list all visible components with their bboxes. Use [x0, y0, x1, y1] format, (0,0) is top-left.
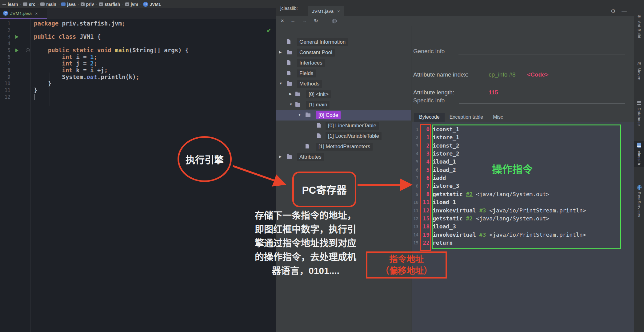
- folder-icon: [295, 93, 300, 96]
- code-line[interactable]: }: [34, 87, 37, 94]
- code-token: out: [87, 73, 97, 80]
- close-icon[interactable]: ×: [35, 11, 38, 16]
- run-button-icon[interactable]: [15, 35, 18, 39]
- code-line[interactable]: package priv.starfish.jvm;: [34, 20, 125, 27]
- tree-expand-icon[interactable]: ▶: [289, 92, 292, 96]
- tree-expand-icon[interactable]: ▼: [298, 113, 301, 117]
- code-line[interactable]: int i = 1;: [34, 54, 97, 61]
- tool-stripe-ant-build[interactable]: ✳Ant Build: [634, 12, 644, 40]
- close-icon[interactable]: ×: [281, 18, 284, 23]
- tab-bytecode[interactable]: Bytecode: [414, 113, 445, 122]
- breadcrumb-item-JVM1[interactable]: CJVM1: [143, 2, 161, 7]
- class-icon: C: [143, 2, 148, 7]
- code-line[interactable]: public class JVM1 {: [34, 34, 101, 40]
- gear-icon[interactable]: ⚙: [611, 8, 615, 14]
- tree-item-label: Interfaces: [297, 59, 325, 67]
- code-token: package: [34, 20, 62, 27]
- tool-stripe-maven[interactable]: mMaven: [634, 59, 644, 82]
- annotation-paragraph-line: 擎通过指令地址找到对应: [237, 236, 374, 250]
- rest-services-icon: [637, 185, 642, 190]
- code-token: int: [62, 60, 76, 67]
- bytecode-line-number: 6: [412, 166, 418, 174]
- code-line[interactable]: System.out.println(k);: [34, 74, 139, 81]
- code-line[interactable]: }: [34, 80, 51, 87]
- close-icon[interactable]: ×: [337, 9, 340, 14]
- breadcrumb-item-jvm[interactable]: jvm: [125, 2, 138, 7]
- tool-stripe-jclasslib[interactable]: jclasslib: [634, 141, 644, 167]
- bytecode-line-number: 12: [412, 215, 418, 223]
- code-token: 1: [90, 53, 94, 60]
- breadcrumb-item-starfish[interactable]: starfish: [99, 2, 120, 7]
- breadcrumb-separator: ›: [37, 2, 38, 6]
- code-token: 2: [90, 60, 94, 67]
- cp-info-link[interactable]: cp_info #8: [489, 71, 516, 78]
- tree-item[interactable]: Fields: [276, 68, 411, 79]
- tree-item-label: Fields: [297, 69, 316, 77]
- instruction-address-annotation: 指令地址 （偏移地址）: [366, 251, 447, 279]
- package-icon: [81, 2, 85, 6]
- execution-engine-annotation: 执行引擎: [178, 136, 232, 182]
- tree-item[interactable]: ▼[1] main: [276, 100, 411, 110]
- refresh-icon[interactable]: ↻: [314, 18, 318, 23]
- tree-item[interactable]: ▼Methods: [276, 79, 411, 89]
- ant-icon: ✳: [638, 14, 641, 19]
- code-line[interactable]: int k = i +j;: [34, 67, 108, 74]
- tree-expand-icon[interactable]: ▶: [279, 155, 282, 159]
- breadcrumb-item-java[interactable]: java: [61, 2, 75, 7]
- tree-item-label: Methods: [297, 80, 322, 88]
- inspection-ok-icon[interactable]: ✔: [266, 27, 271, 34]
- code-token: main: [115, 47, 129, 53]
- code-token: int: [62, 53, 76, 60]
- doc-icon: [306, 144, 309, 148]
- code-editor[interactable]: 1package priv.starfish.jvm;23public clas…: [0, 19, 276, 332]
- breadcrumb-separator: ›: [122, 2, 123, 6]
- forward-icon[interactable]: →: [302, 18, 307, 23]
- tree-expand-icon[interactable]: ▶: [279, 50, 282, 54]
- tool-stripe-restservices[interactable]: RestServices: [634, 183, 644, 219]
- tool-stripe-label: Ant Build: [637, 21, 642, 38]
- fold-icon[interactable]: −: [26, 48, 30, 52]
- tree-item[interactable]: [1] MethodParameters: [276, 141, 411, 152]
- code-token: }: [34, 87, 37, 93]
- tree-item[interactable]: [1] LocalVariableTable: [276, 131, 411, 141]
- tab-exception-table[interactable]: Exception table: [445, 113, 488, 122]
- tree-item[interactable]: ▶Attributes: [276, 152, 411, 162]
- tree-item[interactable]: ▶[0] <init>: [276, 89, 411, 100]
- tree-expand-icon[interactable]: ▼: [279, 81, 282, 85]
- tree-item[interactable]: Interfaces: [276, 58, 411, 68]
- breadcrumb-item-learn[interactable]: learn: [2, 2, 18, 7]
- back-icon[interactable]: ←: [290, 18, 295, 23]
- editor-tab-label: JVM1.java: [10, 11, 32, 16]
- database-icon: [637, 101, 641, 105]
- tree-item[interactable]: ▶Constant Pool: [276, 47, 411, 58]
- bytecode-line-number: 13: [412, 223, 418, 231]
- minimize-icon[interactable]: —: [622, 8, 627, 14]
- breadcrumb-item-src[interactable]: src: [23, 2, 35, 7]
- globe-icon[interactable]: [332, 19, 337, 23]
- run-button-icon[interactable]: [15, 49, 18, 52]
- breadcrumb-item-main[interactable]: main: [40, 2, 56, 7]
- tree-item-label: [0] <init>: [306, 90, 331, 98]
- breadcrumb-item-priv[interactable]: priv: [81, 2, 94, 7]
- folder-icon: [306, 113, 310, 117]
- editor-tab-jvm1[interactable]: C JVM1.java ×: [0, 8, 47, 19]
- jclasslib-tab-jvm1[interactable]: JVM1.java ×: [308, 6, 344, 16]
- tab-misc[interactable]: Misc: [488, 113, 508, 122]
- tree-item[interactable]: ▼[0] Code: [276, 110, 411, 121]
- folder-icon: [295, 103, 300, 107]
- maven-icon: m: [638, 61, 641, 65]
- instruction-address-line1: 指令地址: [367, 254, 446, 265]
- code-token: k = i +j: [76, 67, 104, 73]
- tree-expand-icon[interactable]: ▼: [289, 102, 293, 106]
- breadcrumb-separator: ›: [96, 2, 97, 6]
- tree-item[interactable]: [0] LineNumberTable: [276, 121, 411, 131]
- code-line[interactable]: public static void main(String[] args) {: [34, 47, 189, 54]
- doc-icon: [287, 39, 290, 44]
- folder-java-icon: [61, 2, 66, 6]
- breadcrumb-label: JVM1: [150, 2, 161, 7]
- class-icon: C: [3, 11, 8, 16]
- code-line[interactable]: int j = 2;: [34, 60, 97, 67]
- tree-item[interactable]: General Information: [276, 37, 411, 47]
- tool-stripe-database[interactable]: Database: [634, 99, 644, 128]
- code-token: .println(k): [97, 73, 136, 80]
